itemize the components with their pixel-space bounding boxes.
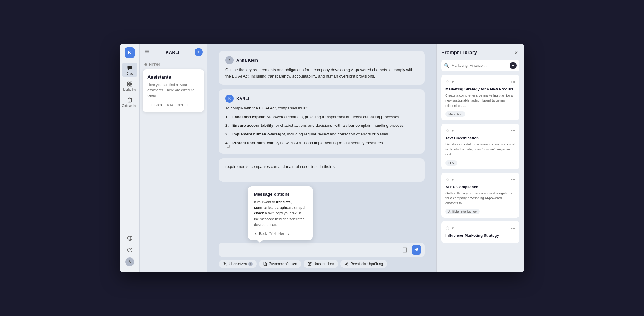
nav-header: KARLI + (140, 44, 207, 59)
more-icon-4[interactable]: ••• (511, 226, 515, 231)
chat-input-row (219, 243, 425, 257)
chat-input-area: Übersetzen ▾ Zusammenfassen (207, 240, 436, 272)
popup-nav: Back 7/14 Next (254, 232, 307, 236)
sidebar-item-onboarding[interactable]: Onboarding (122, 95, 137, 109)
chat-input[interactable] (222, 248, 398, 252)
message-block-karli: K KARLI To comply with the EU AI Act, co… (219, 89, 425, 154)
sidebar-onboarding-label: Onboarding (122, 104, 137, 107)
help-icon[interactable] (126, 246, 134, 254)
chevron-down-icon-2[interactable]: ▾ (452, 128, 454, 133)
svg-rect-4 (127, 85, 129, 86)
star-icon-3[interactable]: ☆ (445, 177, 449, 182)
prompt-card-2: ☆ ▾ ••• Text Classification Develop a mo… (441, 124, 519, 169)
app-logo[interactable]: K (125, 47, 135, 58)
spellcheck-button[interactable]: Rechtschreibprüfung (340, 260, 387, 268)
globe-icon[interactable] (126, 234, 134, 242)
popup-counter: 7/14 (269, 232, 276, 236)
prompt-search-add-button[interactable]: + (510, 62, 517, 69)
hamburger-icon[interactable] (144, 48, 150, 56)
book-icon[interactable] (400, 245, 409, 255)
prompt-card-2-top: ☆ ▾ ••• (445, 128, 515, 133)
chevron-down-icon-3[interactable]: ▾ (452, 177, 454, 182)
prompt-card-4-title: Influencer Marketing Strategy (445, 233, 515, 238)
sidebar-icons: K Chat Marketing (120, 44, 140, 272)
nav-add-button[interactable]: + (195, 48, 203, 56)
nav-title: KARLI (166, 50, 179, 55)
list-item: 2. Ensure accountability for chatbot act… (225, 122, 418, 129)
prompt-card-1: ☆ ▾ ••• Marketing Strategy for a New Pro… (441, 75, 519, 120)
prompt-card-4-icons: ☆ ▾ (445, 225, 454, 231)
copy-icon[interactable] (225, 143, 231, 150)
popup-next-button[interactable]: Next (278, 232, 291, 236)
prompt-library-title: Prompt Library (441, 50, 477, 56)
sender-karli: KARLI (236, 96, 249, 101)
message-options-popup: Message options If you want to translate… (248, 186, 313, 240)
user-avatar[interactable]: A (125, 257, 134, 266)
prompt-card-1-title: Marketing Strategy for a New Product (445, 87, 515, 91)
assistants-card-desc: Here you can find all your assistants. T… (147, 82, 199, 98)
prompt-library-header: Prompt Library ✕ (441, 49, 519, 56)
summarize-button[interactable]: Zusammenfassen (259, 260, 301, 268)
sidebar-marketing-label: Marketing (123, 88, 136, 91)
more-icon-3[interactable]: ••• (511, 177, 515, 182)
prompt-card-4-top: ☆ ▾ ••• (445, 225, 515, 231)
svg-rect-17 (227, 145, 230, 147)
translate-arrow: ▾ (248, 262, 253, 266)
prompt-card-4: ☆ ▾ ••• Influencer Marketing Strategy (441, 221, 519, 243)
prompt-tag-2: LLM (445, 160, 457, 166)
prompt-library-close-button[interactable]: ✕ (512, 49, 519, 56)
message-header-anna: A Anna Klein (225, 56, 418, 64)
marketing-icon (126, 80, 133, 87)
assistants-card-title: Assistants (147, 75, 199, 80)
rewrite-button[interactable]: Umschreiben (304, 260, 338, 268)
sender-anna: Anna Klein (236, 58, 258, 63)
sidebar-item-chat[interactable]: Chat (122, 63, 137, 77)
app-window: K Chat Marketing (120, 44, 524, 272)
svg-rect-5 (130, 85, 132, 86)
list-item: 1. Label and explain AI-powered chatbots… (225, 114, 418, 120)
chat-messages: A Anna Klein Outline the key requirement… (207, 44, 436, 240)
search-icon: 🔍 (444, 63, 449, 68)
prompt-search-input[interactable] (452, 63, 507, 68)
send-button[interactable] (412, 245, 421, 255)
popup-title: Message options (254, 192, 307, 197)
prompt-search-row: 🔍 + (441, 60, 519, 71)
message-text-anna: Outline the key requirements and obligat… (225, 67, 418, 79)
svg-rect-6 (129, 98, 130, 99)
partial-text: requirements, companies can and maintain… (225, 164, 418, 170)
chat-icon (126, 64, 133, 71)
avatar-karli: K (225, 95, 234, 103)
star-icon-2[interactable]: ☆ (445, 128, 449, 133)
more-icon-2[interactable]: ••• (511, 128, 515, 133)
popup-back-button[interactable]: Back (254, 232, 267, 236)
svg-rect-0 (127, 66, 132, 69)
pinned-section: Pinned (140, 59, 207, 68)
prompt-card-2-icons: ☆ ▾ (445, 128, 454, 133)
chevron-down-icon-1[interactable]: ▾ (452, 80, 454, 84)
prompt-card-3: ☆ ▾ ••• AI EU Compliance Outline the key… (441, 173, 519, 218)
sidebar-item-marketing[interactable]: Marketing (122, 79, 137, 93)
prompt-card-3-top: ☆ ▾ ••• (445, 177, 515, 182)
sidebar-bottom: A (125, 234, 134, 269)
star-icon-4[interactable]: ☆ (445, 225, 449, 231)
main-chat: A Anna Klein Outline the key requirement… (207, 44, 436, 272)
action-buttons-row: Übersetzen ▾ Zusammenfassen (219, 260, 425, 268)
prompt-card-2-desc: Develop a model for automatic classifica… (445, 142, 515, 157)
prompt-card-3-title: AI EU Compliance (445, 185, 515, 189)
message-header-karli: K KARLI (225, 95, 418, 103)
assistants-counter: 1/14 (166, 103, 173, 107)
prompt-card-2-title: Text Classification (445, 136, 515, 140)
prompt-card-1-desc: Create a comprehensive marketing plan fo… (445, 93, 515, 108)
svg-marker-1 (128, 69, 130, 70)
svg-point-13 (130, 251, 130, 252)
prompt-tag-3: Artificial Intelligence (445, 209, 480, 214)
assistants-back-button[interactable]: Back (147, 102, 164, 108)
prompt-card-1-icons: ☆ ▾ (445, 79, 454, 85)
star-icon-1[interactable]: ☆ (445, 79, 449, 85)
more-icon-1[interactable]: ••• (511, 80, 515, 84)
onboarding-icon (126, 97, 133, 104)
avatar-anna: A (225, 56, 234, 64)
chevron-down-icon-4[interactable]: ▾ (452, 226, 454, 230)
translate-button[interactable]: Übersetzen ▾ (219, 260, 257, 268)
assistants-next-button[interactable]: Next (176, 102, 192, 108)
